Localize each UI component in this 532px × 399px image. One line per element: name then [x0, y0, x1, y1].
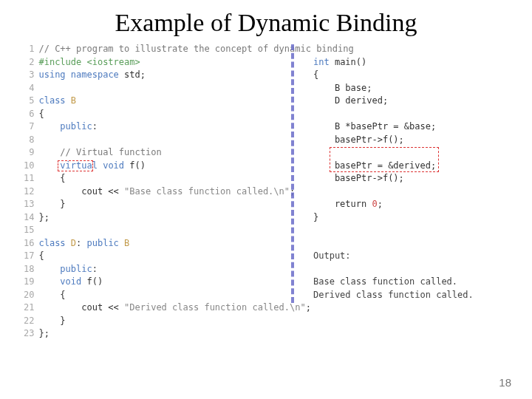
code-text: cout << [38, 186, 124, 197]
code-kw: class [38, 238, 65, 248]
code-text: f() [81, 276, 103, 287]
code-left-pane: 1 2 3 4 5 6 7 8 9 10 11 12 13 14 15 16 1… [24, 43, 288, 353]
code-text: basePtr = &derived; [313, 160, 436, 171]
slide: Example of Dynamic Binding 1 2 3 4 5 6 7… [0, 0, 532, 399]
code-text: { [38, 290, 65, 300]
code-text: } [313, 212, 318, 222]
code-text: { [38, 250, 44, 261]
code-text: basePtr->f(); [313, 173, 404, 183]
code-kw: int [313, 57, 330, 67]
output-label: Output: [313, 250, 351, 261]
code-text: : [76, 238, 86, 248]
code-text: : [92, 264, 98, 274]
output-line: Derived class function called. [313, 290, 474, 300]
code-kw: void [98, 160, 124, 171]
code-text: return [313, 199, 372, 209]
code-text: } [38, 199, 65, 209]
code-text: { [313, 69, 318, 80]
code-text: D derived; [313, 95, 388, 106]
line-number-gutter: 1 2 3 4 5 6 7 8 9 10 11 12 13 14 15 16 1… [24, 43, 38, 353]
code-text: }; [38, 212, 49, 222]
code-right-pane: int main() { B base; D derived; B *baseP… [313, 43, 508, 353]
code-kw: virtual [38, 160, 97, 171]
code-text: basePtr->f(); [313, 134, 404, 145]
code-text: f() [124, 160, 146, 171]
code-kw: public [38, 121, 92, 132]
code-text: { [38, 109, 44, 119]
code-kw: public [86, 238, 118, 248]
code-text: std; [119, 69, 146, 80]
code-kw: using [38, 69, 65, 80]
code-text: B base; [313, 83, 372, 93]
output-line: Base class function called. [313, 276, 457, 287]
code-number: 0 [372, 199, 377, 209]
code-comment: // Virtual function [38, 147, 161, 157]
vertical-divider [291, 44, 294, 303]
slide-title: Example of Dynamic Binding [24, 9, 508, 37]
code-text: }; [38, 328, 49, 338]
code-comment: // C++ program to illustrate the concept… [38, 44, 353, 54]
content-area: 1 2 3 4 5 6 7 8 9 10 11 12 13 14 15 16 1… [24, 43, 508, 353]
code-text: ; [378, 199, 383, 209]
code-text: ; [306, 302, 311, 313]
code-text: : [92, 121, 98, 132]
code-kw: class [38, 95, 65, 106]
code-string: "Derived class function called.\n" [124, 302, 306, 313]
code-class: B [119, 238, 129, 248]
code-kw: public [38, 264, 92, 274]
code-class: B [66, 95, 76, 106]
code-text: { [38, 173, 65, 183]
code-text: } [38, 316, 65, 326]
code-kw: void [38, 276, 81, 287]
code-preproc: #include <iostream> [38, 57, 140, 67]
code-text: B *basePtr = &base; [313, 121, 436, 132]
page-number: 18 [499, 376, 511, 389]
code-kw: namespace [66, 69, 119, 80]
code-string: "Base class function called.\n" [124, 186, 290, 197]
code-text: cout << [38, 302, 124, 313]
code-text: main() [330, 57, 367, 67]
code-block-left: // C++ program to illustrate the concept… [38, 43, 353, 353]
code-class: D [66, 238, 76, 248]
